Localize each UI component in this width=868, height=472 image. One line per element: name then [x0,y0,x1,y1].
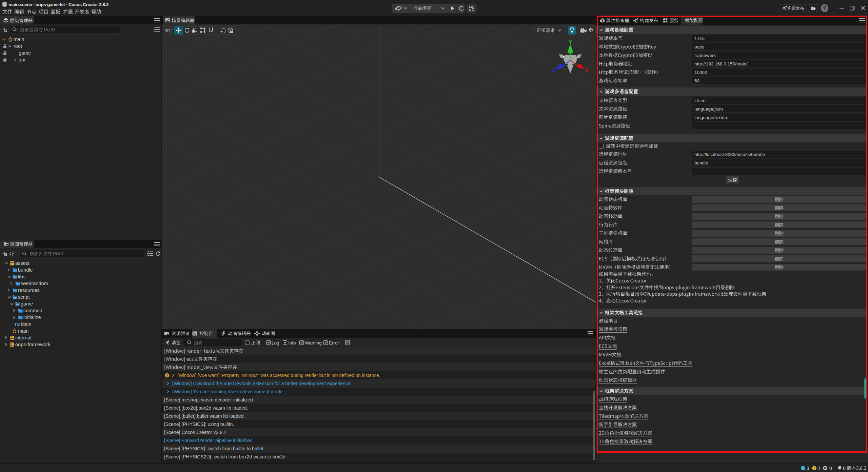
svg-text:i: i [803,466,804,470]
svg-text:X: X [585,67,589,73]
svg-text:Z: Z [552,67,555,73]
svg-text:Y: Y [569,39,572,45]
svg-text:?: ? [823,5,826,11]
